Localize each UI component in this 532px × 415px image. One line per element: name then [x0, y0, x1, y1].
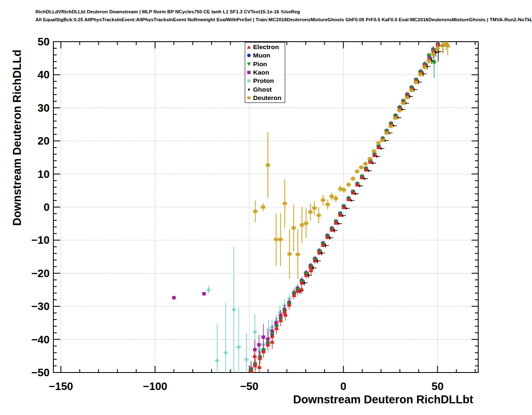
legend-label-kaon: Kaon	[253, 69, 269, 76]
svg-text:−50: −50	[240, 380, 258, 392]
proton-marker-icon	[246, 78, 252, 84]
page: { "header": { "line1": "RichDLLdVRichDLL…	[0, 0, 532, 415]
legend-label-muon: Muon	[253, 52, 270, 59]
legend: Electron Muon Pion Kaon Proton Ghost Deu…	[245, 42, 285, 103]
legend-item-proton: Proton	[246, 77, 285, 85]
legend-label-proton: Proton	[253, 77, 274, 85]
legend-item-muon: Muon	[246, 52, 285, 60]
svg-text:50: 50	[432, 380, 444, 392]
legend-label-deuteron: Deuteron	[253, 94, 281, 102]
svg-text:−40: −40	[31, 333, 50, 346]
svg-text:0: 0	[44, 201, 50, 213]
series-ghost	[297, 39, 447, 294]
svg-text:0: 0	[340, 380, 346, 392]
legend-item-ghost: Ghost	[246, 85, 285, 93]
svg-text:−10: −10	[31, 234, 50, 246]
svg-text:10: 10	[38, 168, 50, 180]
kaon-marker-icon	[246, 70, 252, 75]
legend-item-pion: Pion	[246, 60, 285, 68]
svg-text:50: 50	[38, 35, 50, 48]
legend-label-electron: Electron	[253, 43, 279, 51]
svg-text:20: 20	[38, 135, 50, 147]
data-points	[172, 37, 450, 402]
legend-item-kaon: Kaon	[246, 68, 285, 76]
legend-item-deuteron: Deuteron	[246, 94, 285, 102]
svg-text:30: 30	[38, 102, 50, 114]
muon-marker-icon	[246, 52, 252, 58]
series-proton	[206, 41, 440, 402]
svg-text:−150: −150	[49, 380, 73, 392]
deuteron-marker-icon	[246, 95, 252, 101]
svg-text:40: 40	[38, 68, 50, 81]
svg-text:−100: −100	[143, 380, 168, 392]
svg-text:−30: −30	[31, 300, 50, 312]
legend-item-electron: Electron	[246, 43, 285, 51]
y-axis-title: Downstream Deuteron RichDLLd	[11, 50, 23, 226]
ghost-marker-icon	[246, 87, 252, 92]
svg-text:−50: −50	[31, 366, 50, 379]
tick-labels: −150−100−5005050403020100−10−20−30−40−50	[31, 35, 444, 392]
svg-text:−20: −20	[31, 267, 50, 280]
legend-label-ghost: Ghost	[253, 86, 272, 93]
pion-marker-icon	[246, 61, 252, 67]
legend-label-pion: Pion	[253, 60, 267, 68]
x-axis-title: Downstream Deuteron RichDLLbt	[293, 393, 473, 406]
electron-marker-icon	[246, 44, 252, 50]
